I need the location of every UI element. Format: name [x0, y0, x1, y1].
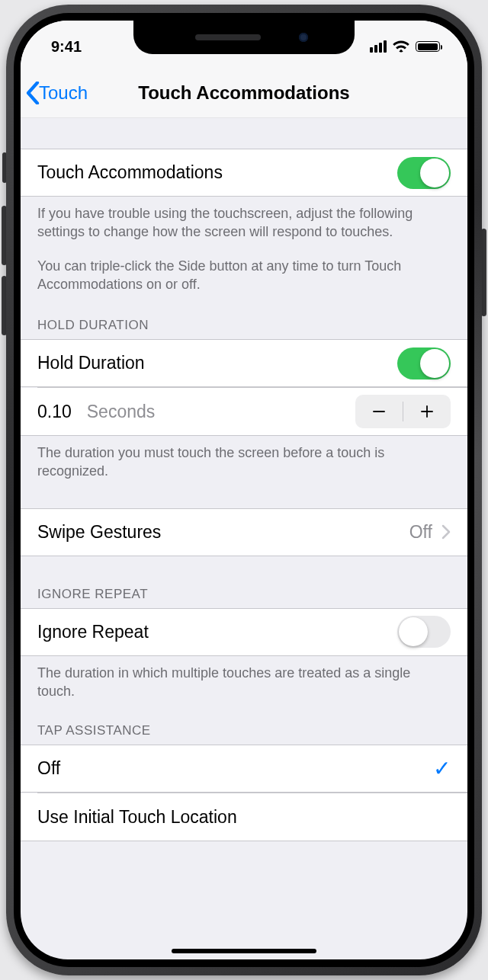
hold-duration-cell[interactable]: Hold Duration [21, 339, 467, 387]
ignore-repeat-switch[interactable] [397, 616, 451, 648]
hold-duration-switch[interactable] [397, 347, 451, 380]
speaker-grille [195, 34, 261, 40]
tap-assistance-off-cell[interactable]: Off ✓ [21, 745, 467, 793]
touch-accommodations-label: Touch Accommodations [37, 162, 223, 183]
ignore-repeat-footer: The duration in which multiple touches a… [21, 656, 467, 709]
side-button-hardware [481, 229, 486, 316]
tap-assistance-header: TAP ASSISTANCE [21, 708, 467, 745]
hold-duration-footer: The duration you must touch the screen b… [21, 436, 467, 488]
cellular-signal-icon [370, 40, 387, 53]
touch-accommodations-footer: If you have trouble using the touchscree… [21, 197, 467, 301]
back-button[interactable]: Touch [25, 68, 88, 117]
hold-duration-value: 0.10 [37, 402, 72, 422]
tap-assistance-initial-cell[interactable]: Use Initial Touch Location [21, 793, 467, 841]
chevron-left-icon [25, 82, 40, 104]
minus-icon [371, 404, 387, 419]
swipe-gestures-cell[interactable]: Swipe Gestures Off [21, 508, 467, 556]
ignore-repeat-label: Ignore Repeat [37, 622, 149, 642]
home-indicator[interactable] [172, 949, 316, 953]
notch [133, 21, 355, 54]
hold-duration-unit: Seconds [87, 402, 156, 422]
status-time: 9:41 [51, 38, 82, 56]
navigation-bar: Touch Touch Accommodations [21, 68, 467, 118]
settings-content[interactable]: Touch Accommodations If you have trouble… [21, 118, 467, 959]
ignore-repeat-cell[interactable]: Ignore Repeat [21, 608, 467, 656]
tap-assistance-initial-label: Use Initial Touch Location [37, 807, 237, 828]
hold-duration-label: Hold Duration [37, 353, 145, 373]
checkmark-icon: ✓ [433, 756, 451, 781]
battery-icon [416, 41, 440, 52]
wifi-icon [393, 40, 409, 53]
hold-duration-value-row: 0.10 Seconds [21, 388, 467, 436]
hold-duration-stepper [355, 395, 451, 428]
screen: 9:41 Touch Touch Accommo [21, 21, 467, 959]
ignore-repeat-header: IGNORE REPEAT [21, 556, 467, 608]
plus-icon [419, 404, 435, 419]
tap-assistance-off-label: Off [37, 758, 60, 779]
swipe-gestures-label: Swipe Gestures [37, 522, 161, 543]
chevron-right-icon [441, 524, 451, 540]
stepper-decrement-button[interactable] [355, 395, 403, 428]
swipe-gestures-value: Off [409, 522, 432, 543]
touch-accommodations-switch[interactable] [397, 157, 451, 189]
touch-accommodations-cell[interactable]: Touch Accommodations [21, 149, 467, 197]
front-camera [299, 33, 308, 42]
back-button-label: Touch [39, 82, 88, 104]
hold-duration-header: HOLD DURATION [21, 301, 467, 339]
stepper-increment-button[interactable] [403, 395, 451, 428]
